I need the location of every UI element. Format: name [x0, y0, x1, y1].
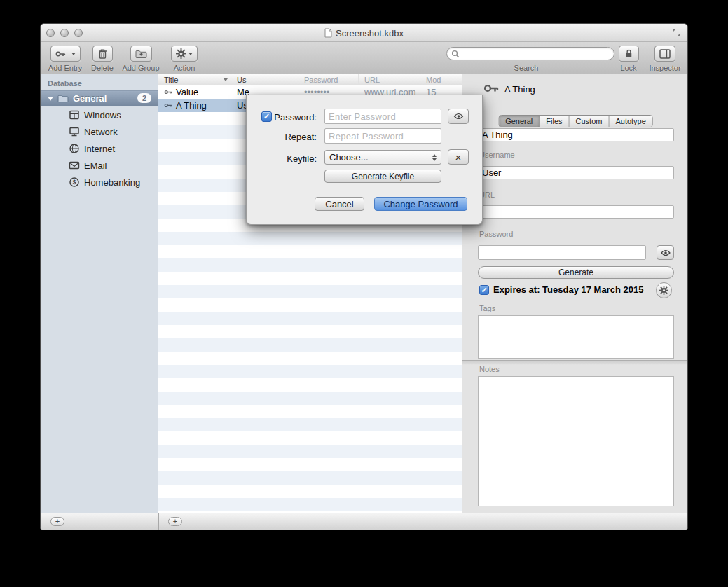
gear-icon [176, 48, 186, 59]
lock-button[interactable]: Lock [615, 46, 642, 72]
password-label: Password [479, 230, 513, 238]
sheet-repeat-label: Repeat: [272, 132, 317, 142]
sidebar-item-network[interactable]: Network [41, 123, 158, 140]
inspector-bezel [654, 46, 675, 62]
tab-autotype[interactable]: Autotype [609, 116, 652, 127]
disclosure-triangle-icon[interactable] [48, 97, 53, 101]
cell-title: Value [158, 87, 231, 97]
title-field[interactable] [478, 128, 674, 141]
sheet-keyfile-label: Keyfile: [272, 153, 317, 164]
document-icon [324, 28, 332, 38]
popup-stepper-icon [432, 154, 437, 161]
delete-bezel [92, 46, 113, 62]
notes-input[interactable] [478, 376, 674, 506]
sheet-reveal-password-button[interactable] [448, 109, 469, 124]
key-icon [483, 80, 500, 97]
key-icon [55, 48, 67, 60]
inspector-button[interactable]: Inspector [646, 46, 684, 72]
sidebar-item-internet[interactable]: Internet [41, 140, 158, 157]
gear-icon [659, 286, 668, 295]
inspector-panel: A Thing General Files Custom Autotype Us… [462, 74, 688, 513]
chevron-down-icon [71, 53, 76, 55]
action-label: Action [174, 64, 195, 72]
tags-label: Tags [479, 304, 495, 312]
add-entry-bezel [50, 46, 81, 62]
sidebar-item-label: EMail [84, 160, 107, 171]
search-label: Search [514, 64, 539, 72]
lock-label: Lock [620, 64, 636, 72]
repeat-password-input[interactable] [324, 128, 441, 144]
column-header-title[interactable]: Title [158, 74, 231, 85]
add-entry-plus-button[interactable]: + [168, 517, 182, 526]
add-group-button[interactable]: Add Group [119, 46, 163, 72]
sidebar-item-homebanking[interactable]: $ Homebanking [41, 174, 158, 191]
password-enable-checkbox[interactable]: ✓ [261, 111, 272, 122]
change-password-button[interactable]: Change Password [374, 197, 467, 211]
action-button[interactable]: Action [168, 46, 200, 72]
add-entry-button[interactable]: Add Entry [45, 46, 85, 72]
clear-keyfile-button[interactable]: × [448, 149, 469, 165]
column-header-modified[interactable]: Mod [420, 74, 462, 85]
change-password-sheet: ✓ Password: Repeat: Keyfile: Choose... ×… [246, 95, 483, 225]
enter-password-input[interactable] [324, 109, 441, 124]
tab-files[interactable]: Files [540, 116, 569, 127]
tags-input[interactable] [478, 315, 674, 359]
inspector-tabs: General Files Custom Autotype [498, 115, 653, 127]
sidebar: Database General 2 Windows [41, 74, 158, 513]
generate-keyfile-button[interactable]: Generate Keyfile [324, 170, 441, 183]
action-bezel [171, 46, 198, 62]
column-header-password[interactable]: Password [298, 74, 359, 85]
bottom-bar: + + [41, 513, 687, 530]
column-header-username[interactable]: Us [231, 74, 298, 85]
key-icon [164, 101, 173, 110]
password-field[interactable] [478, 245, 646, 260]
app-window: Screenshot.kdbx Add Entry [40, 23, 688, 530]
sidebar-item-label: Homebanking [84, 177, 140, 188]
svg-text:$: $ [73, 179, 76, 186]
expires-checkbox[interactable]: ✓ [479, 285, 489, 295]
sidebar-item-windows[interactable]: Windows [41, 106, 158, 123]
lock-bezel [619, 46, 639, 62]
tab-custom[interactable]: Custom [570, 116, 610, 127]
keyfile-popup-value: Choose... [329, 152, 432, 163]
dollar-coin-icon: $ [69, 177, 80, 188]
generate-password-button[interactable]: Generate [478, 266, 674, 279]
desktop-background: Screenshot.kdbx Add Entry [0, 0, 728, 587]
entry-list-header: Title Us Password URL Mod [158, 74, 462, 85]
sidebar-item-label: Internet [84, 144, 115, 154]
keyfile-popup[interactable]: Choose... [324, 150, 441, 165]
titlebar: Screenshot.kdbx [41, 24, 687, 42]
inspector-entry-title: A Thing [504, 84, 535, 95]
inspector-label: Inspector [649, 64, 680, 72]
cancel-button[interactable]: Cancel [315, 197, 364, 211]
username-field[interactable] [478, 166, 674, 179]
folder-plus-icon [135, 48, 147, 59]
reveal-password-button[interactable] [657, 245, 674, 260]
username-label: Username [479, 151, 515, 159]
section-divider [462, 360, 688, 365]
search-input[interactable] [446, 47, 614, 60]
sheet-password-label: Password: [272, 112, 317, 123]
delete-button[interactable]: Delete [90, 46, 115, 72]
expires-options-button[interactable] [656, 282, 672, 298]
add-group-bezel [130, 46, 152, 62]
entry-count-badge: 2 [137, 93, 151, 103]
monitor-icon [69, 126, 80, 137]
sidebar-group-general[interactable]: General 2 [41, 90, 158, 106]
add-group-plus-button[interactable]: + [50, 517, 64, 526]
window-title: Screenshot.kdbx [336, 28, 404, 39]
envelope-icon [69, 160, 80, 171]
eye-icon [661, 249, 671, 256]
sidebar-item-email[interactable]: EMail [41, 157, 158, 174]
sidebar-item-label: Network [84, 127, 118, 137]
url-field[interactable] [478, 205, 674, 219]
sidebar-item-label: Windows [84, 110, 121, 120]
sidebar-group-label: General [73, 93, 107, 104]
split-divider [69, 48, 69, 60]
tab-general[interactable]: General [499, 116, 540, 127]
column-header-url[interactable]: URL [359, 74, 420, 85]
chevron-down-icon [188, 53, 193, 55]
cell-title: A Thing [158, 100, 231, 111]
delete-label: Delete [91, 64, 114, 72]
fullscreen-icon[interactable] [672, 29, 680, 37]
